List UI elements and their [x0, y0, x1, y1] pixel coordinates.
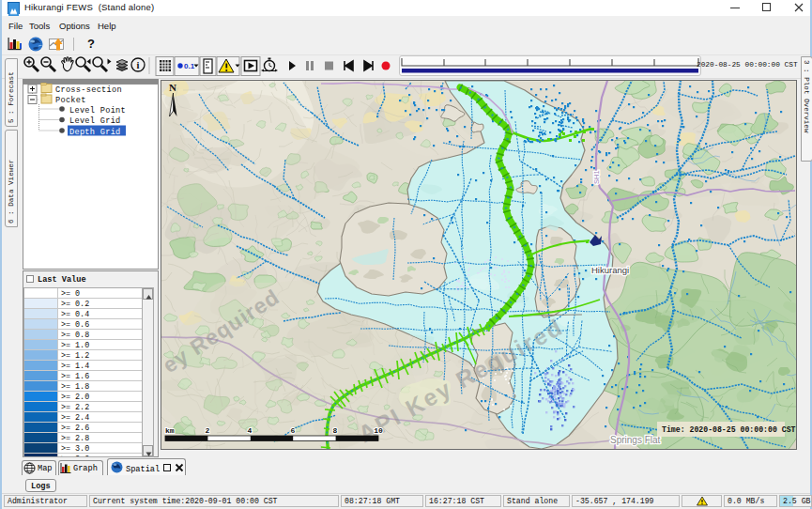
svg-text:2: 2	[206, 426, 210, 435]
svg-text:6: 6	[291, 426, 296, 435]
svg-text:4: 4	[248, 426, 253, 435]
svg-text:Level Point: Level Point	[69, 106, 126, 116]
svg-text:i: i	[137, 60, 140, 70]
svg-text:8: 8	[333, 426, 338, 435]
svg-text:0.1: 0.1	[184, 62, 195, 70]
svg-text:SH1: SH1	[592, 170, 601, 184]
svg-text:Time: 2020-08-25 00:00:00 CST: Time: 2020-08-25 00:00:00 CST	[662, 425, 796, 434]
svg-text:Pocket: Pocket	[55, 96, 86, 105]
svg-text:Springs Flat: Springs Flat	[610, 435, 661, 445]
svg-text:10: 10	[374, 426, 383, 435]
svg-text:Level Grid: Level Grid	[69, 116, 121, 126]
svg-text:Depth Grid: Depth Grid	[69, 128, 121, 137]
svg-text:km: km	[165, 426, 175, 435]
svg-text:N: N	[169, 82, 176, 93]
svg-text:Cross-section: Cross-section	[55, 85, 122, 95]
svg-text:Hikurangi: Hikurangi	[591, 265, 629, 275]
